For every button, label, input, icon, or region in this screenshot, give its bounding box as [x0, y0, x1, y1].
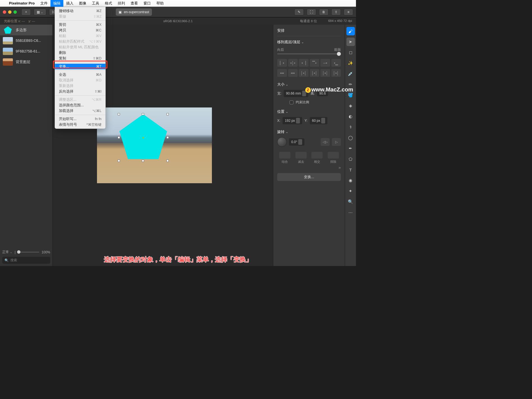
- rotate-section-title[interactable]: 旋转 ⌄: [277, 129, 341, 134]
- document-tab[interactable]: ▣ en-supercontrast: [116, 8, 152, 16]
- shape-ellipse-tool[interactable]: ◯: [346, 134, 355, 142]
- align-center-h-button[interactable]: ▪│▪: [288, 59, 298, 67]
- minimize-window-icon[interactable]: [8, 10, 11, 14]
- layer-item[interactable]: 背景图层: [0, 57, 52, 67]
- close-window-icon[interactable]: [3, 10, 6, 14]
- settings-button[interactable]: ≡: [344, 9, 353, 15]
- y-input[interactable]: 60 px: [310, 117, 327, 124]
- menu-item-invert-selection[interactable]: 反向选择⇧⌘I: [55, 89, 105, 94]
- selection-handle[interactable]: [118, 136, 120, 139]
- rotation-input[interactable]: 0.0°: [289, 138, 304, 146]
- width-input[interactable]: 90.66 mm: [284, 90, 308, 97]
- eyedropper-tool[interactable]: 💉: [346, 70, 355, 78]
- menu-help[interactable]: 帮助: [154, 0, 166, 7]
- distribute-left-button[interactable]: │▪│: [299, 69, 309, 77]
- pen-tool[interactable]: ✒: [346, 144, 355, 153]
- boolean-combine-button[interactable]: 结合: [277, 152, 292, 164]
- menu-item-dictation[interactable]: 开始听写...fn fn: [55, 116, 105, 122]
- more-tools[interactable]: ⋯: [346, 208, 355, 217]
- stepper-icon[interactable]: [321, 118, 325, 123]
- gradient-tool[interactable]: ◐: [346, 112, 355, 121]
- add-layer-button[interactable]: ＋: [21, 9, 31, 15]
- zoom-tool[interactable]: 🔍: [346, 198, 355, 206]
- more-arrange-button[interactable]: »: [277, 165, 341, 170]
- menu-insert[interactable]: 插入: [63, 0, 76, 7]
- flip-vertical-button[interactable]: ▷: [332, 138, 341, 146]
- position-section-title[interactable]: 位置 ⌄: [277, 109, 341, 114]
- align-left-button[interactable]: ▏▪: [277, 59, 287, 67]
- menu-item-load-selection[interactable]: 加载选择⌥⌘L: [55, 108, 105, 114]
- selection-handle[interactable]: [118, 160, 120, 162]
- menu-item-transform[interactable]: 变换...⌘T: [55, 64, 105, 69]
- selection-handle[interactable]: [166, 160, 169, 162]
- layer-item[interactable]: 多边形: [0, 25, 52, 35]
- sidebar-toggle-button[interactable]: ▦ ⌄: [34, 9, 46, 15]
- layer-search-input[interactable]: 🔍 搜索: [2, 257, 50, 264]
- selected-pentagon-shape[interactable]: [119, 114, 167, 159]
- distribute-spacing-button[interactable]: │▪│: [331, 69, 341, 77]
- menu-view[interactable]: 查看: [128, 0, 141, 7]
- share-button[interactable]: ⇧: [331, 9, 341, 15]
- maximize-window-icon[interactable]: [13, 10, 17, 14]
- menu-format[interactable]: 格式: [102, 0, 115, 7]
- boolean-subtract-button[interactable]: 减去: [293, 152, 309, 164]
- menu-window[interactable]: 窗口: [141, 0, 154, 7]
- app-name-menu[interactable]: Pixelmator Pro: [6, 1, 38, 5]
- boolean-exclude-button[interactable]: 排除: [326, 152, 341, 164]
- depth-slider[interactable]: [277, 53, 341, 54]
- rotation-dial[interactable]: [277, 137, 287, 147]
- menu-arrange[interactable]: 排列: [115, 0, 128, 7]
- arrange-tool[interactable]: ➤: [346, 38, 355, 46]
- distribute-center-button[interactable]: │▪│: [310, 69, 320, 77]
- selection-handle[interactable]: [118, 113, 120, 115]
- crop-button[interactable]: ⛶: [307, 9, 316, 15]
- menu-item-cut[interactable]: 剪切⌘X: [55, 22, 105, 27]
- repair-tool[interactable]: ⚕: [346, 123, 355, 131]
- align-right-button[interactable]: ▪▕: [299, 59, 309, 67]
- menu-item-copy[interactable]: 拷贝⌘C: [55, 27, 105, 33]
- new-doc-button[interactable]: 🗎: [319, 9, 329, 15]
- menu-item-duplicate[interactable]: 复制⇧⌘D: [55, 56, 105, 61]
- menu-file[interactable]: 文件: [38, 0, 50, 7]
- color-adjust-tool[interactable]: ◉: [346, 176, 355, 185]
- quick-select-tool[interactable]: ✨: [346, 59, 355, 67]
- layer-item[interactable]: 55B1EB93-C6...: [0, 35, 52, 46]
- constrain-checkbox[interactable]: [290, 100, 293, 104]
- selection-handle[interactable]: [142, 113, 144, 115]
- distribute-h-button[interactable]: ▪▪▪: [277, 69, 287, 77]
- distribute-v-button[interactable]: ▪▪▪: [288, 69, 298, 77]
- transform-button[interactable]: 变换...: [277, 173, 341, 181]
- artboard[interactable]: [97, 107, 212, 183]
- menu-item-undo[interactable]: 撤销移动⌘Z: [55, 8, 105, 14]
- selection-handle[interactable]: [166, 113, 169, 115]
- menu-item-emoji[interactable]: 表情与符号^⌘空格键: [55, 122, 105, 127]
- selection-handle[interactable]: [166, 136, 169, 139]
- stepper-icon[interactable]: [296, 118, 300, 123]
- boolean-intersect-button[interactable]: 相交: [310, 152, 325, 164]
- menu-item-select-all[interactable]: 全选⌘A: [55, 72, 105, 77]
- flip-horizontal-button[interactable]: ◁▷: [321, 138, 330, 146]
- effects-tool[interactable]: ✦: [346, 187, 355, 195]
- opacity-slider[interactable]: [18, 252, 39, 253]
- color-picker-button[interactable]: ✎: [294, 9, 304, 15]
- style-tool[interactable]: 🖌: [346, 27, 355, 35]
- menu-item-delete[interactable]: 删除: [55, 50, 105, 56]
- stepper-icon[interactable]: [298, 139, 302, 145]
- menu-tools[interactable]: 工具: [89, 0, 102, 7]
- selection-handle[interactable]: [142, 160, 144, 162]
- align-top-button[interactable]: ▔▪: [310, 59, 320, 67]
- marquee-tool[interactable]: ◻: [346, 48, 355, 57]
- menu-item-color-range[interactable]: 选择颜色范围...: [55, 102, 105, 108]
- layer-item[interactable]: 9F6B275B-61...: [0, 46, 52, 57]
- move-layer-dropdown[interactable]: 移到底层/顶层 ⌄: [277, 40, 341, 45]
- menu-edit[interactable]: 编辑: [50, 0, 63, 7]
- align-middle-button[interactable]: ─▪: [320, 59, 330, 67]
- menu-image[interactable]: 图像: [76, 0, 89, 7]
- shape-tool[interactable]: ⬠: [346, 155, 355, 163]
- eraser-tool[interactable]: ◈: [346, 102, 355, 110]
- distribute-right-button[interactable]: │▪│: [320, 69, 330, 77]
- x-input[interactable]: 192 px: [283, 117, 302, 124]
- align-bottom-button[interactable]: ▪▁: [331, 59, 341, 67]
- text-tool[interactable]: T: [346, 166, 355, 174]
- blend-mode-dropdown[interactable]: 正常 ⌄: [2, 250, 12, 254]
